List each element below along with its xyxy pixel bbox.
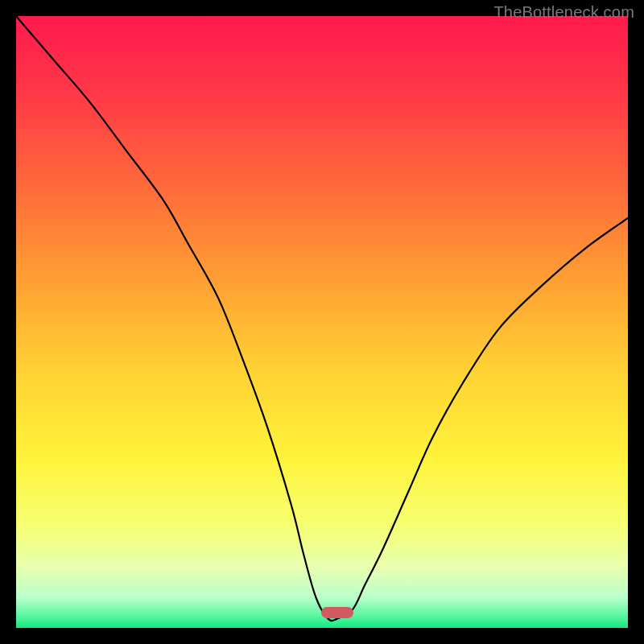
optimal-point-marker (321, 607, 353, 618)
chart-frame: TheBottleneck.com (0, 0, 644, 644)
plot-area (16, 16, 628, 628)
watermark-text: TheBottleneck.com (493, 3, 634, 22)
bottleneck-curve (16, 16, 628, 628)
